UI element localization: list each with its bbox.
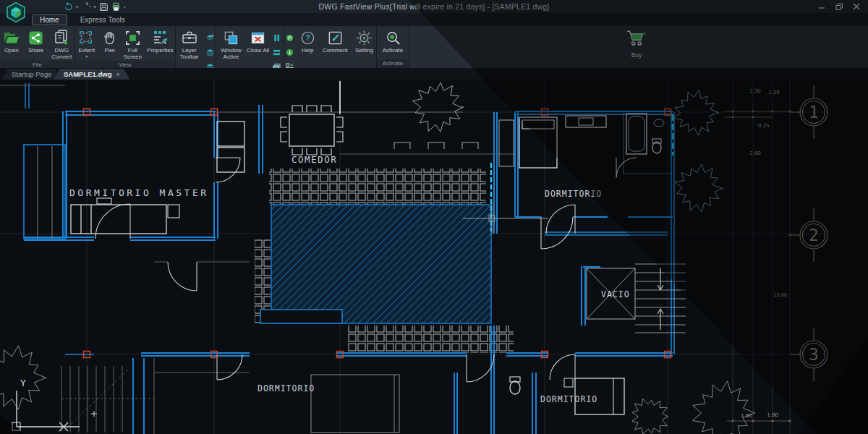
share-icon <box>27 28 44 47</box>
tree-symbol <box>632 399 668 434</box>
drawing-canvas[interactable]: COMEDOR DORMITORIO MASTER DORMITORIO VAC… <box>0 80 868 434</box>
document-tabbar: Startup Page SAMPLE1.dwg× <box>0 68 868 80</box>
ribbon-group-view: Extent ▾ Pan Full Screen A Properties Vi… <box>75 26 176 68</box>
room-label-comedor: COMEDOR <box>292 154 337 165</box>
svg-text:0.25: 0.25 <box>758 123 770 129</box>
ribbon-group-window: Window Active Close All Window <box>216 26 284 68</box>
pan-button[interactable]: Pan <box>100 28 120 54</box>
grid-bubble-3: 3 <box>809 345 819 364</box>
gear-icon <box>356 28 373 47</box>
titlebar: ▾ ▾ ▪ DWG FastView Plus[Trial will expir… <box>0 0 868 13</box>
tab-close-icon[interactable]: × <box>116 71 120 78</box>
buy-cart-icon <box>626 29 647 51</box>
close-all-icon <box>250 28 266 47</box>
layer-toolbar-button[interactable]: Layer Toolbar <box>176 28 203 61</box>
ribbon: Open Share DWG Convert File Extent ▾ <box>0 26 868 69</box>
activate-magnifier-icon <box>385 28 401 47</box>
close-all-button[interactable]: Close All <box>247 28 270 54</box>
grid-bubble-1: 1 <box>809 103 819 122</box>
close-icon[interactable] <box>848 0 865 13</box>
dwg-convert-icon <box>53 28 70 47</box>
room-label-dormitorio-bottom-right: DORMITORIO <box>540 394 597 404</box>
room-label-dormitorio-bottom: DORMITORIO <box>258 383 315 393</box>
dimension-extension-lines <box>733 80 790 434</box>
courtyard-hatch <box>260 205 491 323</box>
tree-symbol <box>673 90 719 135</box>
tab-startup-page[interactable]: Startup Page <box>1 69 61 80</box>
room-label-dormitorio-master: DORMITORIO MASTER <box>69 187 209 198</box>
restore-icon[interactable] <box>830 0 848 13</box>
pan-hand-icon <box>101 28 118 47</box>
comment-button[interactable]: Comment <box>320 28 351 54</box>
window-active-icon <box>223 28 239 47</box>
svg-text:1.30: 1.30 <box>749 88 761 94</box>
ribbon-group-label-activate: Activate <box>377 59 409 68</box>
window-title: DWG FastView Plus[Trial will expire in 2… <box>0 0 868 13</box>
ucs-axis-icon: Y <box>12 378 80 431</box>
app-logo-icon[interactable] <box>4 1 27 24</box>
ribbon-group-layer: Layer Toolbar Layer <box>176 26 216 68</box>
open-button[interactable]: Open <box>0 28 23 54</box>
full-screen-icon <box>124 28 141 47</box>
open-folder-icon <box>3 28 20 47</box>
zoom-extent-icon <box>78 28 95 47</box>
share-button[interactable]: Share <box>25 28 48 54</box>
extent-button[interactable]: Extent ▾ <box>75 28 98 59</box>
layer-toolbar-icon <box>181 28 198 47</box>
comment-icon <box>327 28 344 47</box>
grid-bubble-2: 2 <box>809 226 819 244</box>
window-active-button[interactable]: Window Active <box>218 28 245 61</box>
properties-icon: A <box>152 28 169 47</box>
svg-text:15.00: 15.00 <box>773 292 787 298</box>
tree-symbol <box>692 381 754 434</box>
activate-button[interactable]: Activate <box>378 28 407 54</box>
ucs-y-label: Y <box>20 378 26 388</box>
pause-icon[interactable] <box>273 32 281 45</box>
help-button[interactable]: ? Help <box>297 28 318 54</box>
svg-text:?: ? <box>305 33 310 42</box>
tree-symbol <box>675 164 723 212</box>
buy-button[interactable]: Buy <box>617 29 656 59</box>
tab-sample1-dwg[interactable]: SAMPLE1.dwg× <box>54 69 130 80</box>
layers-icon[interactable] <box>206 32 214 45</box>
setting-button[interactable]: Setting <box>352 28 376 54</box>
layers-icon[interactable] <box>206 46 214 59</box>
room-label-vacio: VACIO <box>601 289 630 299</box>
full-screen-button[interactable]: Full Screen <box>122 28 145 61</box>
menu-tab-express-tools[interactable]: Express Tools <box>73 15 132 25</box>
dimensions: 1.30 1.20 0.25 2.60 15.00 1.90 1.80 <box>725 88 791 422</box>
help-icon: ? <box>299 28 316 47</box>
room-label-dormitorio-right: DORMITORIO <box>545 189 602 199</box>
ribbon-group-settings: ? Help Comment Setting Settings <box>284 26 377 68</box>
svg-text:1.80: 1.80 <box>767 412 778 418</box>
refresh-icon[interactable] <box>286 32 294 45</box>
floor-plan: COMEDOR DORMITORIO MASTER DORMITORIO VAC… <box>0 80 868 434</box>
svg-text:1.90: 1.90 <box>741 413 752 419</box>
svg-text:2.60: 2.60 <box>749 150 761 156</box>
menubar: Home Express Tools <box>0 13 868 26</box>
minimize-icon[interactable] <box>813 0 830 13</box>
ribbon-group-activate: Activate Activate <box>377 26 409 68</box>
dwg-convert-button[interactable]: DWG Convert <box>49 28 75 61</box>
svg-text:1.20: 1.20 <box>768 90 780 95</box>
ribbon-group-file: Open Share DWG Convert File <box>0 26 75 68</box>
menu-tab-home[interactable]: Home <box>32 14 67 25</box>
properties-button[interactable]: A Properties <box>145 28 175 54</box>
dwg-fastview-window: ▾ ▾ ▪ DWG FastView Plus[Trial will expir… <box>0 0 868 434</box>
tile-windows-icon[interactable] <box>273 46 281 59</box>
info-icon[interactable] <box>286 46 294 59</box>
tree-symbol <box>412 82 464 132</box>
chevron-down-icon[interactable]: ▾ <box>85 54 88 59</box>
